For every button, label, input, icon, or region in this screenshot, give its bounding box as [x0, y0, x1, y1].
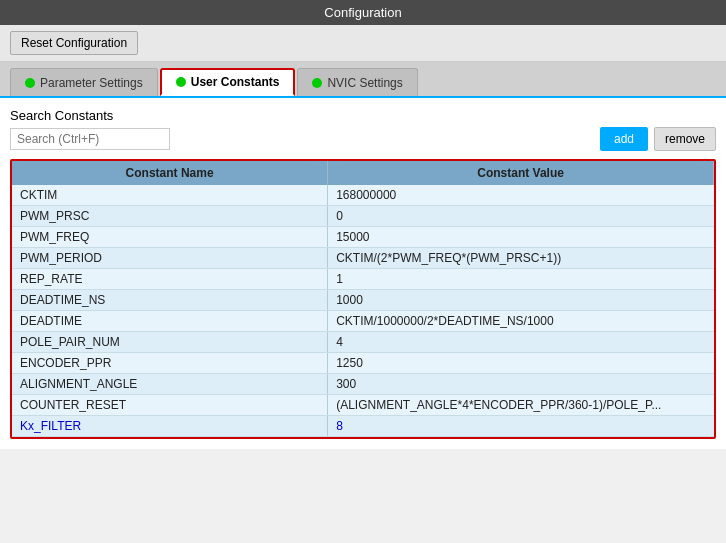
tab-parameter-settings[interactable]: Parameter Settings — [10, 68, 158, 96]
cell-constant-value: 0 — [328, 206, 714, 227]
cell-constant-name: PWM_PRSC — [12, 206, 328, 227]
table-row[interactable]: COUNTER_RESET(ALIGNMENT_ANGLE*4*ENCODER_… — [12, 395, 714, 416]
search-constants-label: Search Constants — [10, 108, 716, 123]
cell-constant-value: (ALIGNMENT_ANGLE*4*ENCODER_PPR/360-1)/PO… — [328, 395, 714, 416]
toolbar: Reset Configuration — [0, 25, 726, 62]
cell-constant-value: 1250 — [328, 353, 714, 374]
tabs-bar: Parameter Settings User Constants NVIC S… — [0, 62, 726, 98]
cell-constant-value: 1 — [328, 269, 714, 290]
search-section: Search Constants add remove — [10, 108, 716, 151]
table-row[interactable]: REP_RATE1 — [12, 269, 714, 290]
btn-row: add remove — [600, 127, 716, 151]
table-row[interactable]: PWM_FREQ15000 — [12, 227, 714, 248]
constants-table: Constant Name Constant Value CKTIM168000… — [12, 161, 714, 437]
column-header-name: Constant Name — [12, 161, 328, 185]
column-header-value: Constant Value — [328, 161, 714, 185]
cell-constant-name: ENCODER_PPR — [12, 353, 328, 374]
tab-icon-parameter — [25, 78, 35, 88]
constants-table-wrapper: Constant Name Constant Value CKTIM168000… — [10, 159, 716, 439]
add-button[interactable]: add — [600, 127, 648, 151]
title-label: Configuration — [324, 5, 401, 20]
cell-constant-name: CKTIM — [12, 185, 328, 206]
title-bar: Configuration — [0, 0, 726, 25]
cell-constant-value: 300 — [328, 374, 714, 395]
tab-user-constants[interactable]: User Constants — [160, 68, 296, 96]
search-input[interactable] — [10, 128, 170, 150]
cell-constant-value: 8 — [328, 416, 714, 437]
search-row: add remove — [10, 127, 716, 151]
cell-constant-name: DEADTIME_NS — [12, 290, 328, 311]
cell-constant-value: 168000000 — [328, 185, 714, 206]
remove-button[interactable]: remove — [654, 127, 716, 151]
table-row[interactable]: CKTIM168000000 — [12, 185, 714, 206]
content-area: Search Constants add remove Constant Nam… — [0, 98, 726, 449]
tab-label-parameter: Parameter Settings — [40, 76, 143, 90]
cell-constant-value: CKTIM/(2*PWM_FREQ*(PWM_PRSC+1)) — [328, 248, 714, 269]
cell-constant-value: 4 — [328, 332, 714, 353]
table-body: CKTIM168000000PWM_PRSC0PWM_FREQ15000PWM_… — [12, 185, 714, 437]
table-row[interactable]: PWM_PRSC0 — [12, 206, 714, 227]
cell-constant-name: Kx_FILTER — [12, 416, 328, 437]
cell-constant-name: REP_RATE — [12, 269, 328, 290]
tab-label-nvic: NVIC Settings — [327, 76, 402, 90]
cell-constant-name: ALIGNMENT_ANGLE — [12, 374, 328, 395]
table-row[interactable]: PWM_PERIODCKTIM/(2*PWM_FREQ*(PWM_PRSC+1)… — [12, 248, 714, 269]
table-header-row: Constant Name Constant Value — [12, 161, 714, 185]
cell-constant-name: COUNTER_RESET — [12, 395, 328, 416]
table-row[interactable]: Kx_FILTER8 — [12, 416, 714, 437]
tab-icon-user-constants — [176, 77, 186, 87]
reset-configuration-button[interactable]: Reset Configuration — [10, 31, 138, 55]
cell-constant-value: CKTIM/1000000/2*DEADTIME_NS/1000 — [328, 311, 714, 332]
tab-nvic-settings[interactable]: NVIC Settings — [297, 68, 417, 96]
cell-constant-name: DEADTIME — [12, 311, 328, 332]
tab-label-user-constants: User Constants — [191, 75, 280, 89]
cell-constant-name: PWM_FREQ — [12, 227, 328, 248]
cell-constant-value: 1000 — [328, 290, 714, 311]
cell-constant-name: POLE_PAIR_NUM — [12, 332, 328, 353]
table-row[interactable]: DEADTIME_NS1000 — [12, 290, 714, 311]
table-row[interactable]: ALIGNMENT_ANGLE300 — [12, 374, 714, 395]
cell-constant-value: 15000 — [328, 227, 714, 248]
table-row[interactable]: ENCODER_PPR1250 — [12, 353, 714, 374]
table-row[interactable]: POLE_PAIR_NUM4 — [12, 332, 714, 353]
tab-icon-nvic — [312, 78, 322, 88]
cell-constant-name: PWM_PERIOD — [12, 248, 328, 269]
table-row[interactable]: DEADTIMECKTIM/1000000/2*DEADTIME_NS/1000 — [12, 311, 714, 332]
